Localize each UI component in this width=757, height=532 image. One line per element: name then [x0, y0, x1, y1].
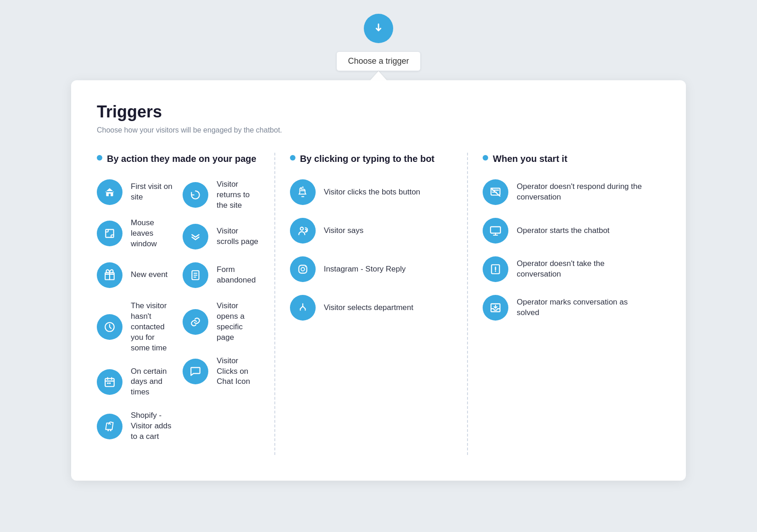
column-start-title: When you start it — [493, 153, 567, 165]
trigger-label-visitor-clicks-bot: Visitor clicks the bots button — [324, 187, 420, 198]
trigger-icon-shopify-cart — [97, 414, 122, 439]
trigger-icon-new-event — [97, 262, 122, 288]
monitor-icon — [490, 225, 501, 237]
column-dot-action — [97, 155, 102, 161]
scroll-icon — [189, 231, 201, 243]
trigger-label-operator-starts: Operator starts the chatbot — [517, 226, 609, 236]
chat-icon — [189, 366, 201, 377]
col-action-right: Visitor returns to the site Visitor scro… — [183, 179, 259, 455]
calendar-icon — [104, 376, 116, 388]
trigger-icon-visitor-clicks-bot — [290, 179, 316, 205]
top-trigger-area: Choose a trigger — [336, 14, 420, 80]
trigger-icon-instagram-story — [290, 256, 316, 282]
trigger-label-operator-no-respond: Operator doesn't respond during the conv… — [517, 182, 646, 203]
inbox-down-icon — [490, 302, 501, 314]
trigger-label-mouse-leaves: Mouse leaves window — [131, 218, 173, 249]
col-action-left: First visit on site Mouse leaves window … — [97, 179, 173, 455]
trigger-label-visitor-says: Visitor says — [324, 226, 364, 236]
svg-point-7 — [110, 430, 111, 431]
svg-point-10 — [300, 227, 303, 230]
return-icon — [189, 189, 201, 201]
trigger-visitor-clicks-bot[interactable]: Visitor clicks the bots button — [290, 179, 453, 205]
column-click-title: By clicking or typing to the bot — [300, 153, 434, 165]
clock-icon — [104, 321, 116, 333]
trigger-new-event[interactable]: New event — [97, 262, 173, 288]
column-start: When you start it Operator doesn't respo… — [483, 153, 660, 455]
trigger-icon-visitor-returns — [183, 182, 208, 208]
trigger-instagram-story[interactable]: Instagram - Story Reply — [290, 256, 453, 282]
column-click: By clicking or typing to the bot Visitor… — [290, 153, 468, 455]
trigger-label-visitor-selects-dept: Visitor selects department — [324, 303, 413, 313]
person-speak-icon — [297, 225, 309, 237]
column-action-header: By action they made on your page — [97, 153, 260, 165]
trigger-icon-visitor-clicks-chat — [183, 359, 208, 384]
down-arrow-button[interactable] — [364, 14, 393, 43]
link-icon — [189, 316, 201, 328]
trigger-icon-visitor-opens-page — [183, 309, 208, 335]
column-dot-click — [290, 155, 295, 161]
trigger-icon-form-abandoned — [183, 262, 208, 288]
down-arrow-icon — [372, 22, 385, 35]
svg-point-6 — [107, 430, 109, 431]
trigger-label-visitor-opens-page: Visitor opens a specific page — [217, 301, 259, 343]
trigger-operator-starts[interactable]: Operator starts the chatbot — [483, 218, 646, 244]
col-action-inner: First visit on site Mouse leaves window … — [97, 179, 260, 455]
crop-icon — [104, 227, 116, 239]
trigger-label-visitor-returns: Visitor returns to the site — [217, 179, 259, 211]
trigger-mouse-leaves[interactable]: Mouse leaves window — [97, 218, 173, 249]
form-icon — [189, 269, 201, 281]
shopify-icon — [104, 421, 116, 432]
trigger-icon-first-visit — [97, 179, 122, 205]
trigger-label-instagram-story: Instagram - Story Reply — [324, 264, 406, 275]
trigger-label-new-event: New event — [131, 270, 167, 280]
trigger-visitor-clicks-chat[interactable]: Visitor Clicks on Chat Icon — [183, 356, 259, 388]
trigger-label-shopify-cart: Shopify - Visitor adds to a cart — [131, 410, 173, 442]
alert-icon — [490, 263, 501, 275]
instagram-icon — [297, 263, 309, 275]
trigger-label-not-contacted: The visitor hasn't contacted you for som… — [131, 301, 173, 354]
trigger-label-visitor-clicks-chat: Visitor Clicks on Chat Icon — [217, 356, 259, 388]
svg-rect-15 — [491, 227, 501, 233]
column-action: By action they made on your page First v… — [97, 153, 275, 455]
panel-title: Triggers — [97, 102, 660, 122]
trigger-shopify-cart[interactable]: Shopify - Visitor adds to a cart — [97, 410, 173, 442]
trigger-visitor-says[interactable]: Visitor says — [290, 218, 453, 244]
trigger-first-visit[interactable]: First visit on site — [97, 179, 173, 205]
trigger-visitor-scrolls[interactable]: Visitor scrolls page — [183, 224, 259, 249]
svg-point-13 — [305, 266, 306, 267]
trigger-visitor-selects-dept[interactable]: Visitor selects department — [290, 295, 453, 321]
trigger-visitor-returns[interactable]: Visitor returns to the site — [183, 179, 259, 211]
trigger-form-abandoned[interactable]: Form abandoned — [183, 262, 259, 288]
choose-trigger-button[interactable]: Choose a trigger — [336, 51, 420, 71]
touch-icon — [297, 186, 309, 198]
trigger-label-visitor-scrolls: Visitor scrolls page — [217, 226, 259, 247]
column-dot-start — [483, 155, 488, 161]
trigger-operator-no-take[interactable]: Operator doesn't take the conversation — [483, 256, 646, 282]
trigger-label-form-abandoned: Form abandoned — [217, 265, 259, 286]
trigger-not-contacted[interactable]: The visitor hasn't contacted you for som… — [97, 301, 173, 354]
gift-icon — [104, 269, 116, 281]
svg-rect-4 — [107, 382, 109, 384]
column-start-header: When you start it — [483, 153, 646, 165]
svg-point-12 — [301, 267, 305, 271]
svg-point-17 — [495, 271, 496, 272]
trigger-icon-operator-no-respond — [483, 179, 508, 205]
trigger-label-operator-no-take: Operator doesn't take the conversation — [517, 259, 646, 280]
trigger-icon-mouse-leaves — [97, 221, 122, 246]
home-icon — [104, 186, 116, 198]
trigger-visitor-opens-page[interactable]: Visitor opens a specific page — [183, 301, 259, 343]
trigger-operator-no-respond[interactable]: Operator doesn't respond during the conv… — [483, 179, 646, 205]
columns-wrapper: By action they made on your page First v… — [97, 153, 660, 455]
column-action-title: By action they made on your page — [107, 153, 256, 165]
trigger-icon-visitor-scrolls — [183, 224, 208, 249]
trigger-icon-visitor-selects-dept — [290, 295, 316, 321]
panel-subtitle: Choose how your visitors will be engaged… — [97, 126, 660, 134]
column-click-header: By clicking or typing to the bot — [290, 153, 453, 165]
trigger-icon-certain-days — [97, 369, 122, 395]
trigger-certain-days[interactable]: On certain days and times — [97, 366, 173, 398]
chat-off-icon — [490, 186, 501, 198]
trigger-label-first-visit: First visit on site — [131, 182, 173, 203]
svg-rect-0 — [106, 230, 113, 238]
trigger-operator-marks-solved[interactable]: Operator marks conversation as solved — [483, 295, 646, 321]
trigger-icon-operator-starts — [483, 218, 508, 244]
